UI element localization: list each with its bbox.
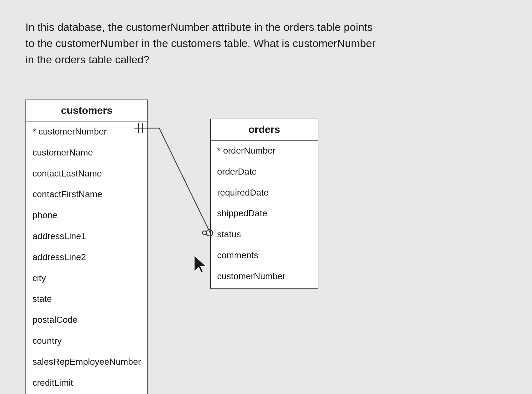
table-row: addressLine1 [26,226,147,247]
table-row: requiredDate [211,183,318,204]
table-row: customerName [26,142,147,163]
table-row: creditLimit [26,373,147,394]
table-row: contactFirstName [26,184,147,205]
question-text: In this database, the customerNumber att… [25,19,376,68]
table-row: city [26,268,147,289]
svg-line-3 [159,128,210,233]
table-row: state [26,289,147,310]
table-row: customerNumber [211,266,318,288]
table-row: postalCode [26,310,147,331]
orders-table-header: orders [211,119,318,141]
table-row: addressLine2 [26,247,147,268]
table-row: orderDate [211,162,318,183]
table-row: status [211,224,318,245]
table-row: comments [211,245,318,266]
svg-marker-6 [194,255,206,273]
customers-table-header: customers [26,100,147,121]
diagram-area: customers * customerNumber customerName … [25,87,507,303]
orders-table: orders * orderNumber orderDate requiredD… [210,119,318,289]
table-row: * customerNumber [26,121,147,142]
table-row: salesRepEmployeeNumber [26,352,147,373]
table-row: phone [26,205,147,226]
table-row: shippedDate [211,203,318,224]
table-row: contactLastName [26,163,147,184]
table-row: * orderNumber [211,141,318,162]
table-row: country [26,331,147,352]
customers-table: customers * customerNumber customerName … [25,100,148,394]
svg-point-5 [202,231,206,235]
